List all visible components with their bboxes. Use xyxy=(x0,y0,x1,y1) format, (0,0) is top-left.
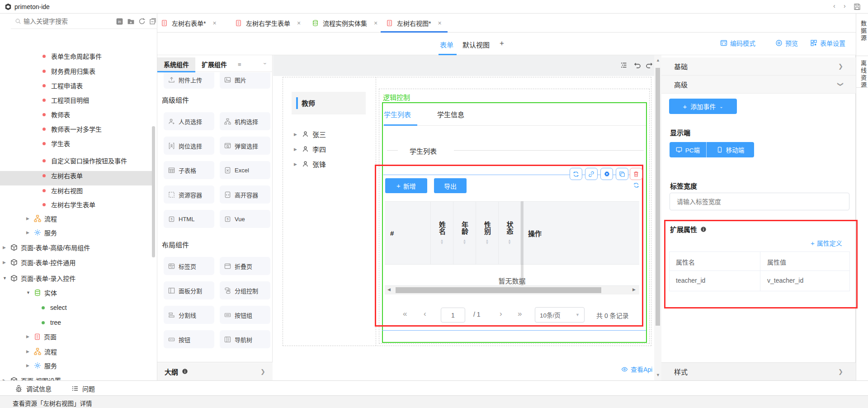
expand-arrow-icon[interactable]: ▶ xyxy=(26,230,31,235)
right-tab-offline[interactable]: 离线资源 xyxy=(859,60,868,89)
tree-item[interactable]: select xyxy=(42,302,67,313)
tree-item[interactable]: 自定义窗口操作按钮及事件 xyxy=(42,155,127,166)
tree-item[interactable]: 学生表 xyxy=(42,138,70,149)
teacher-tree-item[interactable]: ▶李四 xyxy=(294,144,326,154)
collapse-arrow-icon[interactable]: ▼ xyxy=(26,290,31,295)
tree-package-expanded[interactable]: ▼页面-表单-录入控件 xyxy=(3,272,75,284)
palette-item-post-select[interactable]: 岗位选择 xyxy=(164,137,214,155)
palette-item-divider[interactable]: 分割线 xyxy=(164,306,214,324)
save-icon[interactable] xyxy=(854,3,861,10)
palette-collapse-icon[interactable]: ⌄ xyxy=(262,60,268,66)
problems-button[interactable]: 问题 xyxy=(71,384,95,393)
tree-group-flow[interactable]: ▶流程 xyxy=(26,213,57,224)
tree-item[interactable]: 财务费用归集表 xyxy=(42,65,95,77)
tree-package[interactable]: ▶页面-视图设置 xyxy=(3,375,61,380)
import-resource-icon[interactable] xyxy=(116,18,123,25)
tree-group-page[interactable]: ▶页面 xyxy=(26,331,57,342)
expand-arrow-icon[interactable]: ▶ xyxy=(26,363,31,368)
label-width-input[interactable] xyxy=(670,193,849,210)
section-advanced[interactable]: 高级 ❯ xyxy=(661,76,856,94)
palette-item-fold-page[interactable]: 折叠页 xyxy=(220,257,270,275)
palette-item-button-group[interactable]: 按钮组 xyxy=(220,306,270,324)
doc-tab[interactable]: 左树右表单* × xyxy=(161,14,217,32)
section-basic[interactable]: 基础 ❯ xyxy=(661,57,856,76)
palette-item-tab-page[interactable]: 标签页 xyxy=(164,257,214,275)
teacher-tree-panel[interactable]: 教师 ▶张三 ▶李四 ▶张锋 xyxy=(286,80,373,343)
tree-item[interactable]: 教师表 xyxy=(42,109,70,120)
outline-tree-icon[interactable] xyxy=(620,62,627,69)
tree-item[interactable]: 工程申请表 xyxy=(42,80,83,91)
canvas-scrollbar[interactable]: ▲ ▼ xyxy=(654,55,661,380)
palette-item-image[interactable]: 图片 xyxy=(220,72,270,89)
expand-arrow-icon[interactable]: ▶ xyxy=(294,162,298,166)
component-copy-button[interactable] xyxy=(616,168,628,180)
tree-item-selected[interactable]: 左树右视图 xyxy=(42,185,83,196)
tree-entity-expanded[interactable]: ▼实体 xyxy=(26,287,57,299)
nav-forward-icon[interactable]: › xyxy=(844,2,846,9)
v-scroll-thumb[interactable] xyxy=(656,68,660,326)
collapse-arrow-icon[interactable]: ▼ xyxy=(3,276,7,280)
student-list-tab[interactable]: 学生列表 xyxy=(384,109,411,119)
tree-item[interactable]: 教师表一对多学生 xyxy=(42,123,102,135)
close-icon[interactable]: × xyxy=(374,19,377,27)
view-tab-default[interactable]: 默认视图 xyxy=(462,40,490,49)
teacher-tree-item[interactable]: ▶张锋 xyxy=(294,159,326,169)
palette-tab-system[interactable]: 系统组件 xyxy=(157,57,195,72)
close-icon[interactable]: × xyxy=(438,19,441,27)
debug-info-button[interactable]: 调试信息 xyxy=(15,384,52,393)
tree-item[interactable]: tree xyxy=(42,317,61,328)
preview-button[interactable]: 预览 xyxy=(775,38,798,47)
palette-item-code-container[interactable]: 高开容器 xyxy=(220,185,270,204)
expand-arrow-icon[interactable]: ▶ xyxy=(3,245,7,250)
palette-menu-icon[interactable]: ≡ xyxy=(238,61,241,68)
palette-item-html[interactable]: HTML xyxy=(164,210,214,228)
palette-item-popup-select[interactable]: 弹窗选择 xyxy=(220,137,270,155)
refresh-icon[interactable] xyxy=(138,18,146,25)
tree-item[interactable]: 表单生命周起事件 xyxy=(42,50,102,62)
component-link-button[interactable] xyxy=(585,168,598,180)
teacher-tree-item[interactable]: ▶张三 xyxy=(294,129,326,139)
expand-arrow-icon[interactable]: ▶ xyxy=(294,132,298,137)
expand-arrow-icon[interactable]: ▶ xyxy=(26,334,31,339)
view-tab-form[interactable]: 表单 xyxy=(440,40,453,49)
new-folder-icon[interactable] xyxy=(127,18,135,25)
palette-tab-extend[interactable]: 扩展组件 xyxy=(195,57,233,72)
scroll-up-icon[interactable]: ▲ xyxy=(656,58,660,62)
palette-item-group-control[interactable]: 分组控制 xyxy=(220,281,270,299)
form-settings-button[interactable]: 表单设置 xyxy=(810,38,845,47)
tree-package[interactable]: ▶页面-表单-控件通用 xyxy=(3,256,75,268)
tree-scrollbar[interactable] xyxy=(152,126,155,257)
section-style[interactable]: 样式 ❯ xyxy=(661,362,856,380)
palette-item-nav-tree[interactable]: 导航树 xyxy=(220,330,270,348)
code-mode-button[interactable]: 编码模式 xyxy=(720,38,755,47)
doc-tab-active[interactable]: 左树右视图* × xyxy=(386,14,442,32)
palette-item-org-select[interactable]: 机构选择 xyxy=(220,112,270,130)
component-sync-button[interactable] xyxy=(570,168,582,180)
search-input[interactable] xyxy=(24,16,100,27)
collapse-all-icon[interactable] xyxy=(149,18,156,25)
palette-item-excel[interactable]: Excel xyxy=(220,161,270,179)
tree-item[interactable]: 工程项目明细 xyxy=(42,94,89,106)
student-info-tab[interactable]: 学生信息 xyxy=(437,109,464,119)
component-delete-button[interactable] xyxy=(630,168,642,180)
refresh-small-icon[interactable] xyxy=(633,182,639,188)
display-segment-mobile[interactable]: 移动端 xyxy=(707,142,754,157)
tree-group-flow[interactable]: ▶流程 xyxy=(26,346,57,357)
expand-arrow-icon[interactable]: ▶ xyxy=(26,349,31,354)
tree-item[interactable]: 左树右学生表单 xyxy=(42,199,95,210)
palette-item-attachment-upload[interactable]: 附件上传 xyxy=(164,72,214,89)
expand-arrow-icon[interactable]: ▶ xyxy=(26,216,31,221)
view-api-link[interactable]: 查看Api xyxy=(621,365,652,374)
palette-item-person-select[interactable]: 人员选择 xyxy=(164,112,214,130)
doc-tab[interactable]: 流程实例实体集 × xyxy=(312,14,377,32)
close-icon[interactable]: × xyxy=(297,19,301,27)
add-event-button[interactable]: +添加事件⌄ xyxy=(669,99,737,114)
tree-item[interactable]: 左树右表单 xyxy=(42,170,83,181)
component-settings-button[interactable] xyxy=(600,168,613,180)
scroll-down-icon[interactable]: ▼ xyxy=(656,373,660,377)
tree-group-service[interactable]: ▶服务 xyxy=(26,227,57,238)
undo-icon[interactable] xyxy=(634,62,641,69)
tree-package[interactable]: ▶页面-表单-高级/布局组件 xyxy=(3,242,90,253)
palette-item-button[interactable]: 按钮 xyxy=(164,330,214,348)
tree-group-service[interactable]: ▶服务 xyxy=(26,360,57,371)
